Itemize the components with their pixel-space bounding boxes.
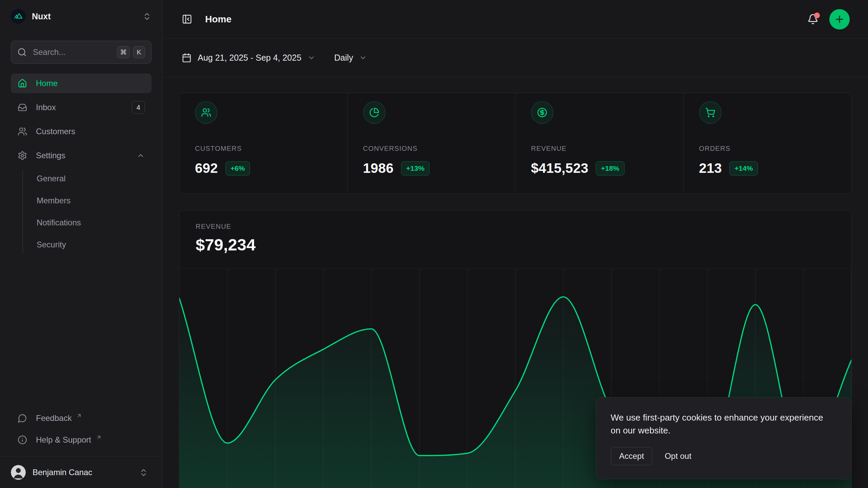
help-support-label: Help & Support — [36, 435, 91, 445]
search-icon — [17, 47, 27, 57]
cookie-actions: Accept Opt out — [611, 447, 837, 465]
message-circle-icon — [18, 413, 27, 423]
filters-toolbar: Aug 21, 2025 - Sep 4, 2025 Daily — [163, 39, 868, 77]
stat-value: 1986 — [363, 161, 394, 176]
info-circle-icon — [18, 435, 27, 445]
revenue-chart-label: REVENUE — [196, 223, 835, 230]
users-icon — [195, 101, 217, 124]
inbox-icon — [18, 103, 27, 112]
sidebar-user-section: Benjamin Canac — [0, 456, 162, 488]
notification-dot — [814, 13, 820, 18]
stat-change-badge: +13% — [401, 161, 430, 176]
stat-card-conversions: CONVERSIONS 1986 +13% — [348, 93, 516, 194]
kbd-k: K — [133, 46, 145, 58]
user-name: Benjamin Canac — [33, 468, 92, 477]
shopping-cart-icon — [699, 101, 722, 124]
settings-subnav: General Members Notifications Security — [22, 170, 152, 253]
users-icon — [18, 127, 27, 136]
sidebar-nav: Home Inbox 4 C — [0, 74, 162, 258]
interval-value: Daily — [334, 53, 353, 63]
date-range-picker[interactable]: Aug 21, 2025 - Sep 4, 2025 — [182, 53, 315, 63]
add-button[interactable] — [829, 9, 850, 29]
header-left: Home — [182, 14, 232, 25]
team-switcher[interactable]: Nuxt — [11, 9, 152, 24]
house-icon — [18, 79, 27, 88]
interval-select[interactable]: Daily — [334, 53, 367, 63]
date-range-value: Aug 21, 2025 - Sep 4, 2025 — [198, 53, 301, 63]
header-right — [807, 9, 850, 29]
search-placeholder: Search... — [33, 47, 65, 57]
pie-chart-icon — [363, 101, 386, 124]
circle-dollar-icon — [531, 101, 553, 124]
sidebar-item-label: Settings — [36, 151, 65, 160]
kbd-meta: ⌘ — [117, 46, 130, 58]
sidebar-item-general[interactable]: General — [37, 170, 152, 187]
chevron-down-icon — [359, 54, 367, 62]
sidebar-item-home[interactable]: Home — [11, 74, 152, 93]
revenue-chart-header: REVENUE $79,234 — [179, 210, 851, 254]
sidebar-item-label: Customers — [36, 127, 75, 136]
chevrons-up-down-icon — [139, 468, 148, 477]
inbox-count-badge: 4 — [132, 101, 145, 114]
stat-card-customers: CUSTOMERS 692 +6% — [179, 93, 348, 194]
external-link-icon — [96, 434, 102, 440]
help-support-link[interactable]: Help & Support — [11, 430, 152, 450]
collapse-sidebar-button[interactable] — [182, 14, 192, 24]
calendar-icon — [182, 53, 192, 63]
sidebar-header: Nuxt — [0, 0, 162, 24]
stat-label: CUSTOMERS — [195, 145, 332, 152]
gear-icon — [18, 151, 27, 160]
stat-card-orders: ORDERS 213 +14% — [684, 93, 852, 194]
sidebar-item-security[interactable]: Security — [37, 236, 152, 253]
sidebar-item-label: Home — [36, 79, 58, 88]
sidebar-item-customers[interactable]: Customers — [11, 122, 152, 141]
stat-value: 213 — [699, 161, 722, 176]
search-kbd-group: ⌘ K — [117, 46, 145, 58]
stat-change-badge: +14% — [729, 161, 758, 176]
stat-value: 692 — [195, 161, 218, 176]
chevron-up-icon — [137, 151, 145, 160]
stat-label: CONVERSIONS — [363, 145, 500, 152]
chevrons-up-down-icon — [142, 12, 152, 21]
plus-icon — [834, 14, 845, 25]
stat-label: REVENUE — [531, 145, 668, 152]
nuxt-logo-icon — [11, 9, 26, 24]
sidebar-item-label: Inbox — [36, 103, 56, 112]
cookie-message: We use first-party cookies to enhance yo… — [611, 411, 828, 437]
stat-change-badge: +6% — [225, 161, 250, 176]
external-link-icon — [76, 413, 82, 419]
cookie-accept-button[interactable]: Accept — [611, 447, 652, 465]
stat-change-badge: +18% — [596, 161, 624, 176]
notifications-button[interactable] — [807, 14, 818, 25]
sidebar-item-members[interactable]: Members — [37, 192, 152, 209]
top-header: Home — [163, 0, 868, 39]
chevron-down-icon — [308, 54, 315, 62]
sidebar-footer: Feedback Help & Support — [0, 408, 162, 456]
stat-label: ORDERS — [699, 145, 836, 152]
revenue-chart-value: $79,234 — [196, 235, 835, 254]
search-input[interactable]: Search... ⌘ K — [11, 41, 152, 64]
sidebar-item-settings[interactable]: Settings — [11, 146, 152, 165]
stats-row: CUSTOMERS 692 +6% CONVERSIONS 1986 — [179, 93, 852, 194]
stat-value: $415,523 — [531, 161, 588, 176]
sidebar-item-notifications[interactable]: Notifications — [37, 214, 152, 231]
search-wrap: Search... ⌘ K — [0, 41, 162, 64]
stat-card-revenue: REVENUE $415,523 +18% — [515, 93, 684, 194]
cookie-opt-out-button[interactable]: Opt out — [665, 451, 691, 461]
feedback-link[interactable]: Feedback — [11, 408, 152, 428]
sidebar-item-inbox[interactable]: Inbox 4 — [11, 98, 152, 117]
sidebar: Nuxt Search... ⌘ K — [0, 0, 163, 488]
page-title: Home — [205, 14, 232, 25]
user-avatar — [11, 465, 26, 480]
feedback-label: Feedback — [36, 413, 72, 423]
sidebar-spacer — [0, 258, 162, 408]
user-menu-button[interactable]: Benjamin Canac — [11, 465, 152, 480]
cookie-banner: We use first-party cookies to enhance yo… — [596, 397, 852, 479]
panel-left-close-icon — [182, 14, 192, 24]
team-name: Nuxt — [32, 12, 51, 21]
